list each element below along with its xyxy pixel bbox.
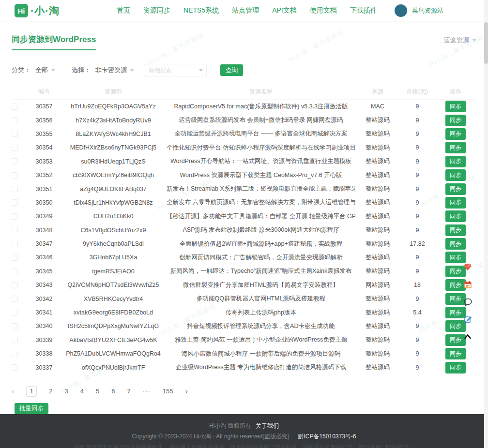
- sync-button[interactable]: 同步: [445, 252, 466, 263]
- search-input[interactable]: [144, 64, 207, 76]
- row-checkbox[interactable]: [12, 254, 18, 261]
- row-checkbox[interactable]: [12, 364, 18, 371]
- scrollbar-thumb[interactable]: [484, 22, 488, 64]
- page-button-1[interactable]: 1: [26, 386, 37, 397]
- nav-item-4[interactable]: API文档: [272, 6, 297, 15]
- nav-item-6[interactable]: 下载插件: [350, 6, 377, 15]
- page-button-6[interactable]: 6: [111, 388, 115, 395]
- about-us-link[interactable]: 关于我们: [256, 422, 279, 429]
- cell-price: 9: [400, 213, 435, 220]
- resource-type-select[interactable]: 非卡密资源: [95, 66, 134, 75]
- batch-sync-button[interactable]: 批量同步: [15, 403, 48, 414]
- sync-button[interactable]: 同步: [445, 101, 466, 112]
- back-to-top-icon[interactable]: [463, 332, 473, 342]
- page-button-3[interactable]: 3: [65, 388, 68, 395]
- sync-button[interactable]: 同步: [445, 348, 466, 359]
- page-button-5[interactable]: 5: [96, 388, 99, 395]
- nav-item-5[interactable]: 使用文档: [310, 6, 337, 15]
- row-checkbox[interactable]: [12, 282, 18, 288]
- nav-item-3[interactable]: 站点管理: [232, 6, 259, 15]
- row-checkbox[interactable]: [12, 104, 18, 110]
- row-checkbox[interactable]: [12, 145, 18, 151]
- cell-no: 30338: [28, 350, 60, 357]
- sync-button[interactable]: 同步: [445, 156, 466, 167]
- row-checkbox[interactable]: [12, 268, 18, 274]
- sync-button[interactable]: 同步: [445, 128, 466, 140]
- sync-button[interactable]: 同步: [445, 197, 466, 209]
- logo-wordmark: ·小·淘: [30, 4, 60, 17]
- scrollbar-track[interactable]: [484, 0, 488, 448]
- sync-button[interactable]: 同步: [445, 362, 466, 373]
- nav-item-1[interactable]: 资源同步: [143, 6, 170, 15]
- row-checkbox[interactable]: [12, 227, 18, 233]
- cell-source: 整站源码: [355, 267, 400, 275]
- checkbox-cell: [12, 296, 28, 302]
- sync-button[interactable]: 同步: [445, 169, 466, 181]
- cell-price: 5.4: [400, 309, 435, 316]
- resource-box-select[interactable]: 蓝盒资源: [444, 36, 476, 45]
- avatar[interactable]: [395, 4, 407, 17]
- comments-icon[interactable]: [463, 297, 473, 307]
- page-button-7[interactable]: 7: [127, 388, 131, 395]
- logo-icon: Hi: [15, 4, 28, 17]
- logo[interactable]: Hi ·小·淘: [15, 4, 60, 17]
- row-checkbox[interactable]: [12, 351, 18, 357]
- sync-button[interactable]: 同步: [445, 115, 466, 126]
- query-button[interactable]: 查询: [220, 64, 243, 76]
- cell-resource-id: cbS0XWOEImYjZ6eiB9IGQqh: [60, 172, 167, 179]
- checkbox-cell: [12, 213, 28, 220]
- sync-button[interactable]: 同步: [445, 210, 466, 222]
- cell-no: 30355: [28, 131, 60, 137]
- cell-resource-name: 抖音短视频投诉管理系统源码分享，含AD卡密生成功能: [167, 322, 355, 330]
- sync-button[interactable]: 同步: [445, 238, 466, 250]
- row-checkbox[interactable]: [12, 337, 18, 343]
- cell-no: 30349: [28, 213, 60, 220]
- row-checkbox[interactable]: [12, 158, 18, 164]
- promo-gift-icon[interactable]: [463, 262, 473, 272]
- page-button-155[interactable]: 155: [163, 388, 173, 395]
- username[interactable]: 菜鸟资源站: [412, 6, 443, 15]
- row-checkbox[interactable]: [12, 296, 18, 302]
- nav-item-0[interactable]: 首页: [117, 6, 130, 15]
- cell-resource-id: 8LaZKYAfySWc4khH9CJB1: [60, 131, 167, 137]
- nav-item-2[interactable]: NETS5系统: [183, 6, 219, 15]
- edit-feedback-icon[interactable]: [463, 314, 473, 324]
- row-checkbox[interactable]: [12, 172, 18, 179]
- prev-page-button[interactable]: ‹: [12, 388, 14, 395]
- page-button-4[interactable]: 4: [80, 388, 84, 395]
- table-row: 30339AkbaVtsfBYU2XFCIL3ePG4w5K雅致土黄·简约风范 …: [12, 333, 476, 347]
- cell-resource-id: h7Xz4kZ3sHtAToBndyRUv9: [60, 117, 167, 124]
- row-checkbox[interactable]: [12, 199, 18, 206]
- cell-source: 网站源码: [355, 281, 400, 289]
- next-page-button[interactable]: ›: [185, 388, 187, 395]
- sync-button[interactable]: 同步: [445, 224, 466, 236]
- row-checkbox[interactable]: [12, 323, 18, 329]
- cell-price: 9: [400, 227, 435, 234]
- icp-link[interactable]: 黔ICP备15010373号-6: [298, 433, 356, 440]
- row-checkbox[interactable]: [12, 117, 18, 123]
- sync-button[interactable]: 同步: [445, 183, 466, 195]
- cell-op: 同步: [435, 238, 476, 250]
- cell-no: 30343: [28, 282, 60, 288]
- cell-no: 30347: [28, 240, 60, 247]
- cell-no: 30357: [28, 103, 60, 110]
- table-row: 30352cbS0XWOEImYjZ6eiB9IGQqhWordPress 资源…: [12, 168, 476, 182]
- row-checkbox[interactable]: [12, 186, 18, 192]
- footer-disclaimer: 所有资源均来自用户分享和网络收集，请勿用于任何商业用途，如本站内容侵犯了您的权益…: [0, 444, 488, 448]
- category-select[interactable]: 全部: [35, 66, 55, 75]
- cell-op: 同步: [435, 197, 476, 209]
- row-checkbox[interactable]: [12, 131, 18, 137]
- checkbox-cell: [12, 268, 28, 274]
- row-checkbox[interactable]: [12, 241, 18, 247]
- cell-resource-id: tDix4SjLr1hHkYvfpWGB2N8z: [60, 199, 167, 206]
- row-checkbox[interactable]: [12, 310, 18, 316]
- page-button-2[interactable]: 2: [49, 388, 52, 395]
- header-price: 价格(元): [400, 88, 435, 96]
- table-row: 303479yY6kheCqnb0aPLSdl全面解锁价值超2W直播+商城源码+…: [12, 237, 476, 251]
- calendar-icon[interactable]: [463, 280, 473, 289]
- cell-op: 同步: [435, 142, 476, 153]
- row-checkbox[interactable]: [12, 213, 18, 220]
- cell-no: 30342: [28, 296, 60, 302]
- sync-button[interactable]: 同步: [445, 142, 466, 153]
- cell-resource-name: 企业级WordPress主题 专为电脑维修店打造的简洁风格源码下载: [167, 363, 355, 372]
